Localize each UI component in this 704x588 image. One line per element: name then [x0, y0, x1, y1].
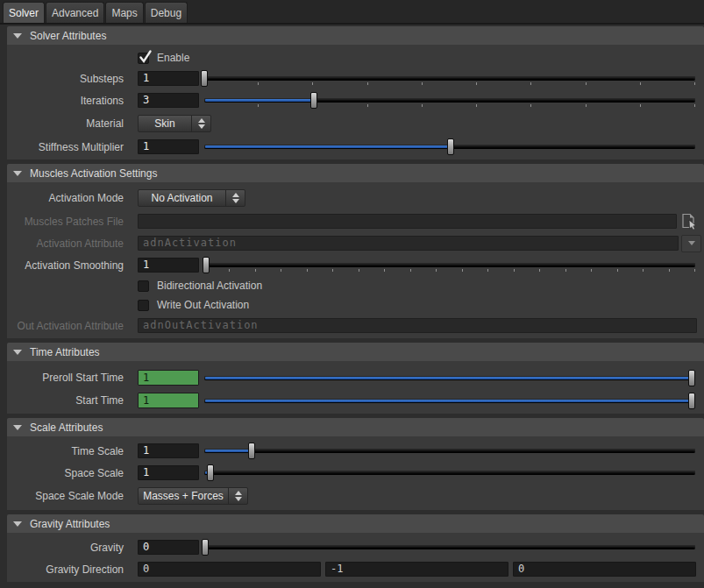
field-stiffness-multiplier[interactable]: 1: [138, 139, 199, 154]
slider-tick: [422, 104, 423, 107]
slider-preroll-start-time[interactable]: [204, 370, 695, 386]
slider-handle[interactable]: [688, 393, 695, 409]
section-gravity-attributes: Gravity AttributesGravity0Gravity Direct…: [7, 514, 704, 582]
tab-debug[interactable]: Debug: [145, 2, 188, 23]
dropdown-space-scale-mode[interactable]: Masses + Forces: [138, 487, 248, 505]
slider-tick: [384, 269, 385, 272]
slider-tick: [436, 269, 437, 272]
tab-solver[interactable]: Solver: [3, 2, 45, 23]
label-out-activation-attribute: Out Activation Attribute: [7, 320, 124, 332]
slider-tick: [312, 82, 313, 85]
slider-start-time[interactable]: [204, 393, 695, 409]
collapse-arrow-icon: [13, 33, 22, 39]
slider-handle[interactable]: [248, 443, 255, 459]
slider-handle[interactable]: [207, 464, 214, 481]
slider-tick: [476, 104, 477, 107]
collapse-arrow-icon: [13, 171, 22, 176]
slider-gravity[interactable]: [204, 539, 695, 556]
slider-tick: [367, 82, 368, 85]
dropdown-value: No Activation: [139, 190, 225, 206]
section-body: Gravity0Gravity Direction0-10: [7, 533, 704, 582]
slider-handle[interactable]: [203, 257, 210, 273]
field-gravity-direction-1[interactable]: -1: [325, 562, 508, 577]
label-activation-mode: Activation Mode: [7, 192, 124, 204]
slider-groove: [204, 545, 695, 549]
section-title: Scale Attributes: [30, 422, 103, 434]
checkbox-label: Bidirectional Activation: [157, 280, 262, 292]
slider-handle[interactable]: [201, 70, 208, 87]
slider-tick: [307, 269, 308, 272]
row-space-scale-mode: Space Scale ModeMasses + Forces: [7, 487, 704, 505]
slider-fill: [205, 145, 451, 148]
slider-tick: [694, 269, 695, 272]
file-browse-button[interactable]: [680, 213, 700, 230]
slider-handle[interactable]: [447, 138, 454, 155]
collapse-arrow-icon: [13, 521, 22, 527]
field-gravity-direction-2[interactable]: 0: [513, 562, 696, 577]
slider-handle[interactable]: [310, 92, 317, 109]
section-body: Time Scale1Space Scale1Space Scale ModeM…: [7, 436, 704, 510]
slider-stiffness-multiplier[interactable]: [204, 138, 695, 155]
section-body: Preroll Start Time1Start Time1: [7, 361, 704, 414]
slider-time-scale[interactable]: [204, 443, 695, 459]
row-activation-attribute: Activation AttributeadnActivation: [7, 236, 704, 251]
field-substeps[interactable]: 1: [138, 71, 199, 86]
slider-activation-smoothing[interactable]: [204, 257, 695, 273]
collapse-arrow-icon: [13, 350, 22, 355]
section-header-scale-attributes[interactable]: Scale Attributes: [7, 418, 704, 436]
field-activation-smoothing[interactable]: 1: [138, 258, 199, 273]
slider-fill: [205, 377, 691, 379]
checkbox-label: Write Out Activation: [157, 299, 249, 311]
field-time-scale[interactable]: 1: [138, 443, 199, 458]
checkbox-write-out-activation[interactable]: [138, 300, 149, 311]
section-header-solver-attributes[interactable]: Solver Attributes: [7, 26, 704, 45]
section-scale-attributes: Scale AttributesTime Scale1Space Scale1S…: [7, 418, 704, 510]
slider-tick: [359, 269, 359, 272]
attribute-select-button[interactable]: [681, 235, 701, 252]
slider-tick: [462, 269, 463, 272]
field-start-time[interactable]: 1: [138, 393, 199, 408]
section-header-time-attributes[interactable]: Time Attributes: [7, 343, 704, 361]
arrow-up-icon: [198, 118, 205, 123]
field-out-activation-attribute[interactable]: adnOutActivation: [138, 318, 697, 333]
label-activation-attribute: Activation Attribute: [7, 237, 124, 250]
checkbox-row-bidirectional-activation: Bidirectional Activation: [138, 280, 262, 292]
slider-substeps[interactable]: [204, 70, 695, 87]
field-space-scale[interactable]: 1: [138, 465, 199, 480]
section-time-attributes: Time AttributesPreroll Start Time1Start …: [7, 343, 704, 414]
row-iterations: Iterations3: [7, 93, 704, 108]
tab-advanced[interactable]: Advanced: [46, 2, 104, 23]
row-substeps: Substeps1: [7, 71, 704, 86]
section-header-gravity-attributes[interactable]: Gravity Attributes: [7, 514, 704, 533]
slider-handle[interactable]: [688, 370, 695, 386]
field-muscles-patches-file[interactable]: [138, 214, 677, 229]
slider-tick: [255, 269, 256, 272]
slider-tick: [694, 82, 695, 85]
dropdown-material[interactable]: Skin: [138, 115, 211, 132]
slider-tick: [530, 82, 531, 85]
field-preroll-start-time[interactable]: 1: [138, 370, 199, 386]
tab-maps[interactable]: Maps: [105, 2, 143, 23]
field-gravity-direction-0[interactable]: 0: [138, 562, 321, 577]
label-substeps: Substeps: [7, 73, 124, 85]
field-gravity[interactable]: 0: [138, 540, 199, 555]
dropdown-activation-mode[interactable]: No Activation: [138, 189, 245, 207]
section-solver-attributes: Solver AttributesEnableSubsteps1Iteratio…: [7, 26, 704, 159]
slider-fill: [205, 400, 691, 402]
file-browse-icon: [680, 213, 700, 230]
slider-groove: [204, 449, 695, 453]
row-gravity: Gravity0: [7, 540, 704, 555]
slider-space-scale[interactable]: [204, 464, 695, 481]
checkbox-enable[interactable]: [138, 53, 149, 64]
section-body: EnableSubsteps1Iterations3MaterialSkinSt…: [7, 45, 704, 159]
field-iterations[interactable]: 3: [138, 93, 199, 108]
label-iterations: Iterations: [7, 95, 124, 107]
arrow-down-icon: [235, 497, 242, 501]
field-activation-attribute[interactable]: adnActivation: [138, 236, 679, 251]
slider-iterations[interactable]: [204, 92, 695, 109]
slider-handle[interactable]: [202, 539, 209, 556]
slider-tick: [565, 269, 566, 272]
section-header-muscles-activation-settings[interactable]: Muscles Activation Settings: [7, 164, 704, 182]
label-stiffness-multiplier: Stiffness Multiplier: [7, 141, 124, 153]
checkbox-bidirectional-activation[interactable]: [138, 280, 149, 292]
